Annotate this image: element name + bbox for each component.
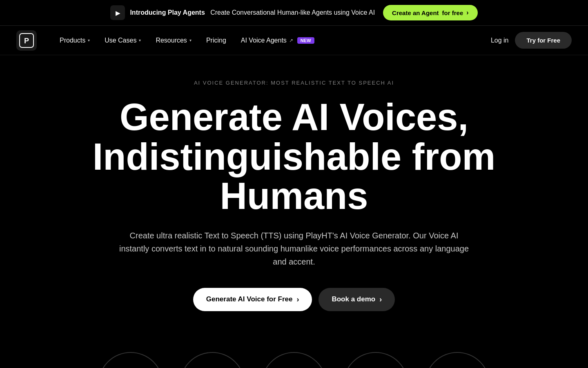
nav-item-products[interactable]: Products ▾ xyxy=(53,33,96,48)
audio-player-4[interactable] xyxy=(343,352,408,368)
audio-player-3[interactable] xyxy=(261,352,327,368)
primary-btn-arrow-icon: › xyxy=(296,295,299,304)
hero-section: AI VOICE GENERATOR: MOST REALISTIC TEXT … xyxy=(0,55,588,352)
banner-intro-text: Introducing Play Agents Create Conversat… xyxy=(130,9,375,16)
secondary-btn-arrow-icon: › xyxy=(379,295,382,304)
resources-chevron-icon: ▾ xyxy=(189,38,192,43)
new-badge: NEW xyxy=(297,37,314,44)
nav-logo[interactable]: P xyxy=(16,30,37,51)
external-link-icon: ↗ xyxy=(289,38,293,43)
book-demo-button[interactable]: Book a demo › xyxy=(318,288,395,311)
nav-item-ai-voice-agents[interactable]: AI Voice Agents ↗ NEW xyxy=(234,33,321,48)
audio-players-row xyxy=(0,352,588,368)
hero-tag: AI VOICE GENERATOR: MOST REALISTIC TEXT … xyxy=(194,80,394,86)
try-for-free-button[interactable]: Try for Free xyxy=(515,32,572,49)
navbar: P Products ▾ Use Cases ▾ Resources ▾ Pri… xyxy=(0,26,588,55)
generate-voice-button[interactable]: Generate AI Voice for Free › xyxy=(193,288,312,311)
hero-buttons: Generate AI Voice for Free › Book a demo… xyxy=(193,288,395,311)
products-chevron-icon: ▾ xyxy=(88,38,90,43)
svg-text:P: P xyxy=(24,37,29,45)
svg-text:▶: ▶ xyxy=(116,10,120,16)
hero-title: Generate AI Voices, Indistinguishable fr… xyxy=(49,97,539,216)
nav-item-resources[interactable]: Resources ▾ xyxy=(149,33,198,48)
audio-player-2[interactable] xyxy=(180,352,245,368)
hero-subtitle: Create ultra realistic Text to Speech (T… xyxy=(114,229,474,268)
nav-right: Log in Try for Free xyxy=(491,32,572,49)
nav-links: Products ▾ Use Cases ▾ Resources ▾ Prici… xyxy=(53,33,491,48)
login-link[interactable]: Log in xyxy=(491,37,509,44)
nav-logo-icon: P xyxy=(16,30,37,51)
banner-logo-icon: ▶ xyxy=(110,5,125,20)
nav-item-use-cases[interactable]: Use Cases ▾ xyxy=(98,33,147,48)
audio-player-1[interactable] xyxy=(98,352,163,368)
use-cases-chevron-icon: ▾ xyxy=(139,38,141,43)
audio-player-5[interactable] xyxy=(425,352,490,368)
banner-arrow-icon: › xyxy=(466,9,468,16)
nav-item-pricing[interactable]: Pricing xyxy=(200,33,233,48)
banner-cta-button[interactable]: Create an Agent for free › xyxy=(383,5,478,20)
top-banner: ▶ Introducing Play Agents Create Convers… xyxy=(0,0,588,26)
